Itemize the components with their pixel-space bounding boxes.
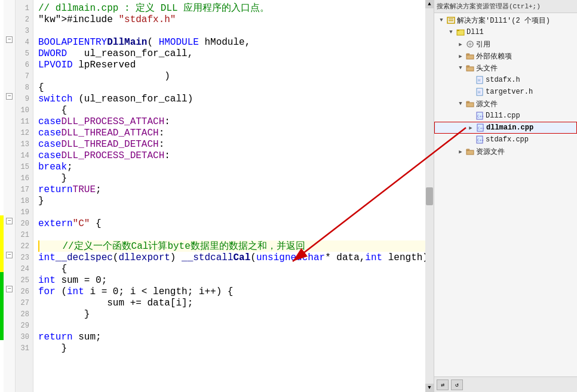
- tree-item-dll1[interactable]: ▼Dll1: [434, 26, 577, 38]
- line-number: 28: [16, 308, 33, 320]
- code-line: case DLL_THREAD_DETACH:: [38, 138, 425, 150]
- line-numbers: 1234567891011121314151617181920212223242…: [16, 0, 33, 392]
- code-line: [38, 206, 425, 218]
- code-line: ): [38, 70, 425, 82]
- code-line: }: [38, 195, 425, 206]
- line-number: 12: [16, 127, 33, 138]
- line-number: 5: [16, 48, 33, 59]
- code-line: switch (ul_reason_for_call): [38, 93, 425, 104]
- line-number: 21: [16, 229, 33, 240]
- tree-label-stdafx-h: stdafx.h: [486, 76, 520, 84]
- svg-text:C++: C++: [478, 126, 484, 130]
- tree-label-dll1-cpp: Dll1.cpp: [486, 112, 520, 120]
- main-container: −−−−− 1234567891011121314151617181920212…: [0, 0, 577, 392]
- tree-label-resources: 资源文件: [476, 147, 505, 157]
- svg-rect-10: [466, 67, 474, 71]
- code-line: case DLL_PROCESS_ATTACH:: [38, 116, 425, 127]
- tree-icon-stdafx-cpp: C++: [475, 135, 484, 144]
- tree-icon-references: [465, 39, 475, 49]
- collapse-indicator[interactable]: −: [4, 215, 15, 227]
- tree-icon-targetver-h: H: [475, 87, 484, 97]
- tree-icon-external-deps: [465, 51, 475, 61]
- collapse-indicator: [4, 261, 15, 272]
- scroll-down-btn[interactable]: ▼: [425, 384, 434, 392]
- tree-label-references: 引用: [476, 39, 490, 50]
- code-line: break;: [38, 161, 425, 172]
- tree-icon-dll1-cpp: C++: [475, 111, 484, 121]
- line-number: 24: [16, 263, 33, 274]
- tree-icon-solution: [446, 16, 456, 25]
- tree-item-source-files[interactable]: ▼源文件: [434, 98, 577, 110]
- collapse-indicator: [4, 170, 15, 181]
- line-number: 19: [16, 206, 33, 218]
- solution-explorer-tree[interactable]: ▼解决方案'Dll1'(2 个项目)▼Dll1▶引用▶外部依赖项▼头文件Hstd…: [434, 13, 577, 376]
- line-number: 26: [16, 286, 33, 297]
- line-number: 15: [16, 161, 33, 172]
- svg-marker-11: [466, 66, 469, 67]
- code-line: extern "C" {: [38, 218, 425, 229]
- collapse-indicator: [4, 57, 15, 68]
- collapse-indicator: [4, 329, 15, 340]
- svg-rect-8: [466, 55, 474, 59]
- tree-label-header-files: 头文件: [476, 63, 498, 73]
- tree-item-references[interactable]: ▶引用: [434, 38, 577, 50]
- code-editor-panel: −−−−− 1234567891011121314151617181920212…: [0, 0, 434, 392]
- collapse-indicator: [4, 125, 15, 136]
- line-number: 10: [16, 104, 33, 116]
- scroll-thumb[interactable]: [426, 187, 433, 205]
- tree-icon-resources: [465, 147, 475, 156]
- line-number: 14: [16, 150, 33, 161]
- tree-label-stdafx-cpp: stdafx.cpp: [486, 135, 529, 144]
- collapse-indicator: [4, 159, 15, 170]
- tree-arrow-targetver-h: [465, 87, 475, 97]
- tree-item-dll1-cpp[interactable]: C++Dll1.cpp: [434, 110, 577, 122]
- collapse-indicator: [4, 147, 15, 159]
- sync-btn[interactable]: ⇄: [437, 379, 449, 390]
- line-number: 3: [16, 25, 33, 36]
- collapse-indicator: [4, 340, 15, 351]
- collapse-indicator[interactable]: −: [4, 34, 15, 45]
- tree-item-external-deps[interactable]: ▶外部依赖项: [434, 50, 577, 62]
- vertical-scrollbar[interactable]: ▲ ▼: [425, 0, 434, 392]
- collapse-indicator[interactable]: −: [4, 249, 15, 261]
- code-line: "kw">#include "stdafx.h": [38, 14, 425, 25]
- collapse-indicator: [4, 238, 15, 249]
- tree-label-dllmain-cpp: dllmain.cpp: [486, 124, 533, 132]
- code-line: case DLL_PROCESS_DETACH:: [38, 150, 425, 161]
- tree-arrow-header-files: ▼: [456, 63, 465, 73]
- collapse-indicator: [4, 295, 15, 306]
- svg-text:H: H: [478, 78, 480, 83]
- tree-label-dll1: Dll1: [466, 28, 484, 36]
- collapse-indicator: [4, 102, 15, 113]
- tree-label-solution: 解决方案'Dll1'(2 个项目): [457, 16, 550, 26]
- code-line: }: [38, 308, 425, 320]
- code-line: {: [38, 82, 425, 93]
- tree-item-stdafx-cpp[interactable]: C++stdafx.cpp: [434, 134, 577, 146]
- refresh-btn[interactable]: ↺: [451, 379, 463, 390]
- tree-item-solution[interactable]: ▼解决方案'Dll1'(2 个项目): [434, 14, 577, 26]
- tree-arrow-solution: ▼: [437, 16, 446, 25]
- collapse-indicator[interactable]: −: [4, 283, 15, 295]
- collapse-indicator: [4, 0, 15, 11]
- line-number: 13: [16, 138, 33, 150]
- tree-item-dllmain-cpp[interactable]: ▶C++dllmain.cpp: [434, 122, 577, 134]
- code-line: {: [38, 263, 425, 274]
- collapse-indicator: [4, 204, 15, 215]
- tree-item-stdafx-h[interactable]: Hstdafx.h: [434, 74, 577, 86]
- tree-item-header-files[interactable]: ▼头文件: [434, 62, 577, 74]
- code-line: int __declspec(dllexport) __stdcall Cal(…: [38, 252, 425, 263]
- collapse-indicator[interactable]: −: [4, 91, 15, 102]
- tree-item-targetver-h[interactable]: Htargetver.h: [434, 86, 577, 98]
- tree-arrow-dllmain-cpp: ▶: [466, 123, 475, 132]
- svg-marker-9: [466, 54, 469, 55]
- scroll-up-btn[interactable]: ▲: [425, 0, 434, 8]
- collapse-indicator: [4, 136, 15, 147]
- code-text-area[interactable]: // dllmain.cpp : 定义 DLL 应用程序的入口点。"kw">#i…: [33, 0, 425, 392]
- tree-item-resources[interactable]: ▶资源文件: [434, 146, 577, 158]
- svg-marker-17: [466, 101, 469, 103]
- collapse-indicator: [4, 45, 15, 57]
- code-line: sum += data[i];: [38, 297, 425, 308]
- code-line: case DLL_THREAD_ATTACH:: [38, 127, 425, 138]
- collapse-indicator: [4, 23, 15, 34]
- svg-rect-1: [449, 18, 453, 20]
